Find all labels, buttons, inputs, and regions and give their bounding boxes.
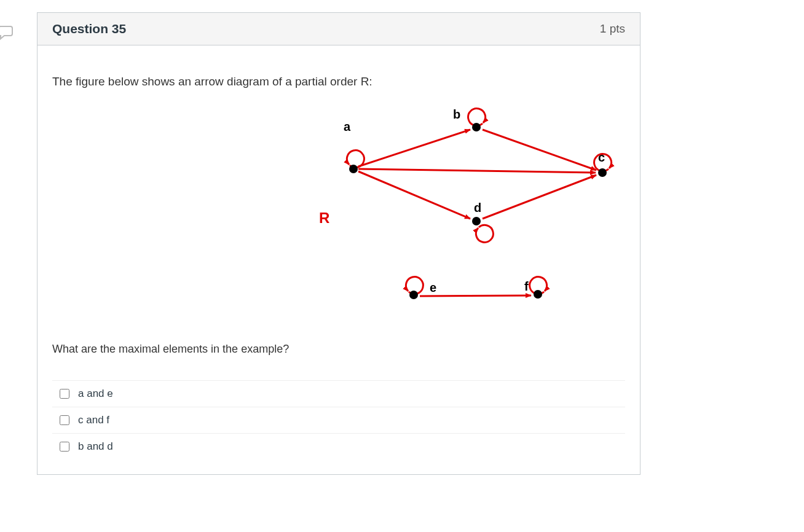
svg-line-1	[358, 171, 470, 219]
answer-option[interactable]: c and f	[52, 407, 625, 433]
arrow-diagram: a b c d e f R	[52, 95, 625, 335]
speech-bubble-icon	[0, 23, 14, 43]
node-label-c: c	[598, 151, 605, 164]
svg-point-9	[472, 217, 481, 225]
svg-point-10	[409, 291, 418, 299]
answer-label: b and d	[78, 440, 113, 453]
question-points: 1 pts	[600, 22, 625, 36]
answer-checkbox[interactable]	[60, 415, 69, 425]
svg-point-8	[598, 168, 607, 177]
svg-line-0	[358, 130, 470, 166]
answer-label: a and e	[78, 388, 113, 400]
svg-line-5	[420, 295, 531, 296]
prompt-bottom: What are the maximal elements in the exa…	[52, 343, 625, 356]
answer-label: c and f	[78, 414, 109, 426]
relation-label: R	[319, 209, 329, 226]
node-label-e: e	[430, 281, 436, 294]
svg-point-6	[349, 165, 358, 173]
question-body: The figure below shows an arrow diagram …	[37, 45, 640, 380]
svg-point-7	[472, 123, 481, 131]
svg-point-11	[534, 290, 542, 299]
question-card: Question 35 1 pts The figure below shows…	[37, 12, 640, 475]
answer-option[interactable]: b and d	[52, 433, 625, 460]
node-label-a: a	[344, 120, 351, 133]
node-label-f: f	[524, 280, 529, 293]
node-label-d: d	[474, 201, 481, 214]
question-header: Question 35 1 pts	[37, 13, 640, 45]
svg-line-4	[483, 175, 596, 219]
answer-option[interactable]: a and e	[52, 380, 625, 407]
question-title: Question 35	[52, 22, 126, 36]
answer-checkbox[interactable]	[60, 442, 69, 452]
svg-line-2	[358, 169, 596, 173]
answer-checkbox[interactable]	[60, 389, 69, 399]
svg-line-3	[483, 130, 596, 170]
node-label-b: b	[453, 108, 460, 121]
answers-list: a and e c and f b and d	[37, 380, 640, 474]
prompt-top: The figure below shows an arrow diagram …	[52, 74, 625, 90]
